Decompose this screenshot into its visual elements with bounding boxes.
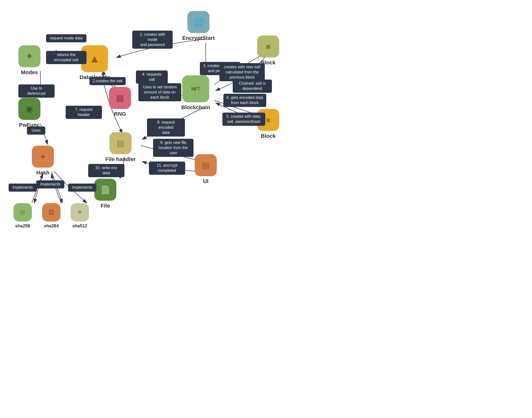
diagram-container: 🌐 EncryptStart ▲ DataHeader ✦ Modes ▦ RN… xyxy=(0,0,532,418)
blockchain-icon: NFT xyxy=(182,75,209,102)
node-sha256: ◎ sha256 xyxy=(13,203,32,229)
sha256-icon: ◎ xyxy=(13,203,32,221)
label-use-decrypt: Use to de/encrypt xyxy=(18,84,55,98)
node-rng: ▦ RNG xyxy=(109,87,131,117)
label-5: 5. creates with data, salt, passwordhash xyxy=(222,113,265,126)
rng-label: RNG xyxy=(114,111,126,117)
label-implements-1: Implements xyxy=(9,184,37,192)
sha384-icon: 🖼 xyxy=(42,203,60,221)
ui-label: UI xyxy=(203,178,208,185)
sha512-label: sha512 xyxy=(72,223,87,229)
label-11: 11. encrrypt completed xyxy=(149,162,185,175)
file-handler-label: File handler xyxy=(105,156,135,163)
label-6: 6. gets encoded data from each block xyxy=(223,94,266,107)
label-9: 9. gets new file location from the user xyxy=(153,139,193,157)
file-label: File xyxy=(101,203,110,209)
node-pwfunc: ▣ PwFunc xyxy=(18,98,40,128)
ui-icon: ▤ xyxy=(195,154,217,176)
label-4: 4. requests salt xyxy=(136,70,168,84)
node-encrypt-start: 🌐 EncryptStart xyxy=(182,11,215,41)
label-implements-3: Implements xyxy=(68,184,96,192)
label-8: 8. request encoded data xyxy=(147,118,185,137)
sha256-label: sha256 xyxy=(15,223,30,229)
label-implements-2: Implements xyxy=(36,180,64,188)
label-uses: Uses xyxy=(27,127,45,135)
pwfunc-icon: ▣ xyxy=(18,98,40,120)
node-block1: ■ Block xyxy=(257,35,279,66)
node-file-handler: ▤ File handler xyxy=(105,132,135,163)
label-10: 10. write enc data xyxy=(88,164,124,177)
label-chained: Chained: salt is dependend xyxy=(233,80,272,93)
node-ui: ▤ UI xyxy=(195,154,217,185)
label-7: 7. request header xyxy=(66,106,102,119)
label-request-mode: request mode data xyxy=(46,34,86,42)
node-blockchain: NFT Blockchain xyxy=(181,75,210,111)
encrypt-start-icon: 🌐 xyxy=(187,11,209,33)
label-new-salt: creates with new salt calculated from th… xyxy=(219,63,265,81)
label-2: 2.creates the salt xyxy=(89,77,126,85)
block2-label: Block xyxy=(261,133,276,139)
hash-label: Hash xyxy=(36,170,49,176)
node-sha384: 🖼 sha384 xyxy=(42,203,60,229)
file-icon: 📄 xyxy=(94,179,116,201)
sha512-icon: ♥ xyxy=(71,203,89,221)
block1-icon: ■ xyxy=(257,35,279,58)
blockchain-label: Blockchain xyxy=(181,104,210,111)
label-returns-salt: returns the encrypted salt xyxy=(46,51,86,64)
modes-icon: ✦ xyxy=(18,45,40,67)
node-hash: ✦ Hash xyxy=(32,146,54,176)
node-modes: ✦ Modes xyxy=(18,45,40,76)
sha384-label: sha384 xyxy=(44,223,59,229)
node-sha512: ♥ sha512 xyxy=(71,203,89,229)
label-1: 1. creates with mode and password xyxy=(132,31,173,49)
node-file: 📄 File xyxy=(94,179,116,209)
file-handler-icon: ▤ xyxy=(109,132,132,154)
label-uses-random: Uses to set random amount of data on eac… xyxy=(138,83,181,101)
hash-icon: ✦ xyxy=(32,146,54,168)
rng-icon: ▦ xyxy=(109,87,131,109)
encrypt-start-label: EncryptStart xyxy=(182,35,215,41)
modes-label: Modes xyxy=(21,69,38,76)
